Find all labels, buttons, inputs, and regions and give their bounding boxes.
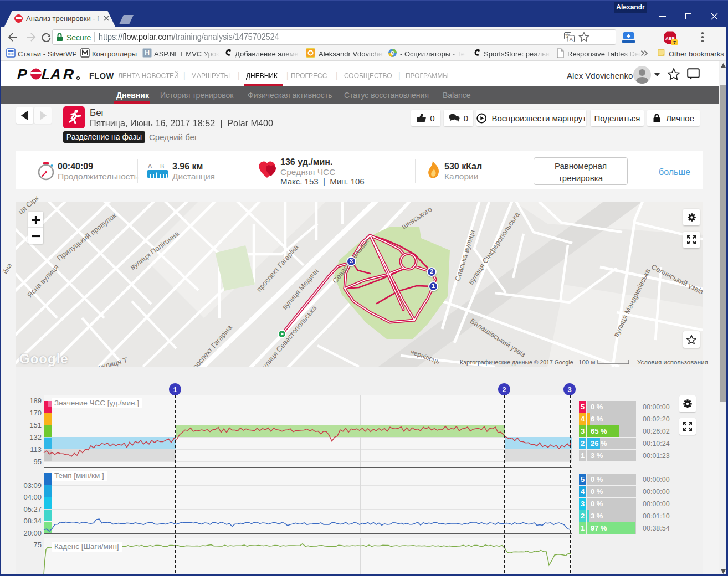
- svg-text:S: S: [391, 52, 393, 55]
- svg-text:P: P: [17, 67, 28, 81]
- svg-text:7: 7: [673, 40, 676, 45]
- svg-text:R: R: [63, 67, 74, 81]
- svg-text:A: A: [570, 37, 573, 42]
- svg-text:L: L: [41, 67, 51, 81]
- svg-text:H: H: [145, 49, 150, 57]
- svg-text:A: A: [49, 67, 61, 81]
